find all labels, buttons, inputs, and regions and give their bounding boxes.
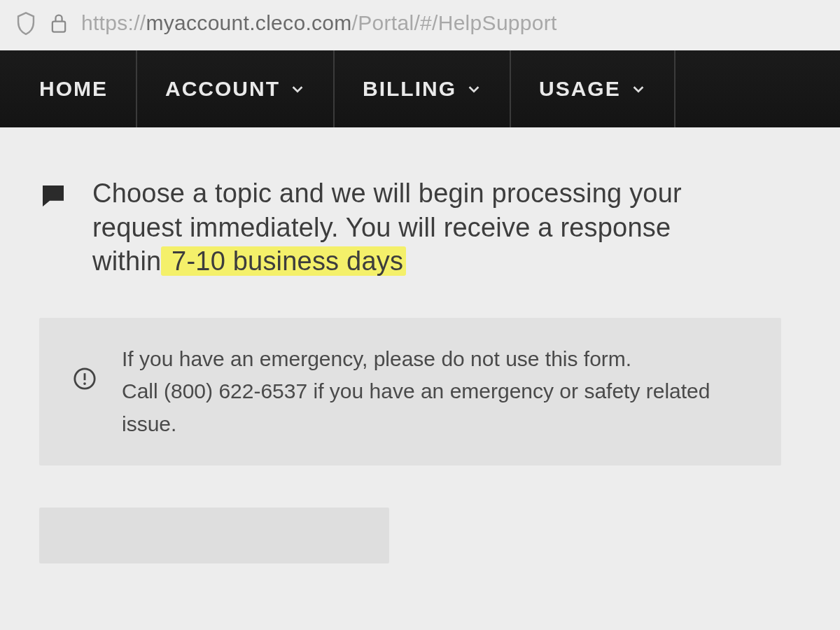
alert-line1: If you have an emergency, please do not … xyxy=(122,347,631,370)
chevron-down-icon xyxy=(290,81,305,97)
chat-icon xyxy=(39,182,67,210)
url-host: myaccount.cleco.com xyxy=(146,11,351,34)
intro-highlight: 7-10 business days xyxy=(161,246,406,276)
nav-home[interactable]: HOME xyxy=(0,50,137,127)
nav-label: BILLING xyxy=(363,77,456,101)
alert-icon xyxy=(73,367,97,391)
emergency-alert: If you have an emergency, please do not … xyxy=(39,318,781,466)
shield-icon xyxy=(15,11,36,35)
url-path: /Portal/#/HelpSupport xyxy=(352,11,557,34)
nav-billing[interactable]: BILLING xyxy=(335,50,511,127)
alert-line2: Call (800) 622-6537 if you have an emerg… xyxy=(122,379,710,435)
svg-point-3 xyxy=(83,382,86,385)
alert-text: If you have an emergency, please do not … xyxy=(122,343,748,441)
topic-selector-placeholder[interactable] xyxy=(39,507,389,564)
help-intro: Choose a topic and we will begin process… xyxy=(39,176,739,279)
svg-rect-0 xyxy=(52,22,65,32)
intro-text: Choose a topic and we will begin process… xyxy=(92,176,739,279)
page-content: Choose a topic and we will begin process… xyxy=(0,127,840,630)
nav-label: ACCOUNT xyxy=(165,77,280,101)
primary-nav: HOME ACCOUNT BILLING USAGE xyxy=(0,50,840,127)
nav-label: USAGE xyxy=(539,77,621,101)
url-text[interactable]: https://myaccount.cleco.com/Portal/#/Hel… xyxy=(81,11,557,35)
lock-icon xyxy=(49,12,69,34)
nav-usage[interactable]: USAGE xyxy=(511,50,676,127)
chevron-down-icon xyxy=(466,81,482,97)
nav-account[interactable]: ACCOUNT xyxy=(137,50,335,127)
chevron-down-icon xyxy=(631,81,646,97)
nav-label: HOME xyxy=(39,77,108,101)
browser-url-bar: https://myaccount.cleco.com/Portal/#/Hel… xyxy=(0,0,840,50)
url-protocol: https:// xyxy=(81,11,146,34)
